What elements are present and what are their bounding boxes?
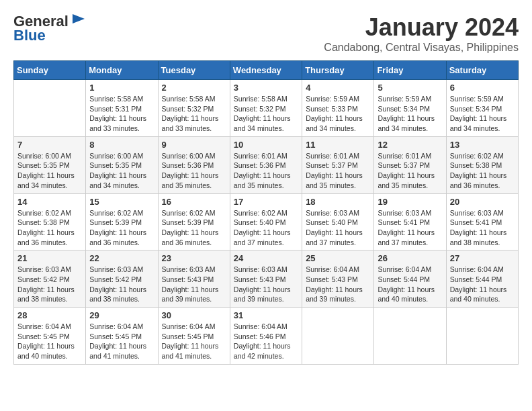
day-number: 6 [450,83,515,93]
day-number: 11 [306,140,370,150]
day-number: 25 [306,253,370,263]
calendar-cell: 9Sunrise: 6:00 AM Sunset: 5:36 PM Daylig… [158,136,230,193]
calendar-cell: 3Sunrise: 5:58 AM Sunset: 5:32 PM Daylig… [230,80,302,137]
day-number: 22 [89,253,154,263]
calendar-cell: 14Sunrise: 6:02 AM Sunset: 5:38 PM Dayli… [14,193,86,250]
weekday-header-thursday: Thursday [302,61,374,80]
day-info: Sunrise: 6:03 AM Sunset: 5:42 PM Dayligh… [89,265,154,304]
day-info: Sunrise: 6:04 AM Sunset: 5:45 PM Dayligh… [89,322,154,361]
day-info: Sunrise: 6:02 AM Sunset: 5:38 PM Dayligh… [450,151,515,191]
calendar-cell: 2Sunrise: 5:58 AM Sunset: 5:32 PM Daylig… [158,80,230,137]
day-info: Sunrise: 6:02 AM Sunset: 5:40 PM Dayligh… [234,208,298,248]
day-number: 20 [450,197,515,207]
weekday-header-friday: Friday [374,61,446,80]
day-number: 3 [234,83,298,93]
weekday-header-saturday: Saturday [446,61,518,80]
day-number: 19 [378,197,442,207]
day-info: Sunrise: 6:03 AM Sunset: 5:43 PM Dayligh… [162,265,226,304]
calendar-cell: 10Sunrise: 6:01 AM Sunset: 5:36 PM Dayli… [230,136,302,193]
calendar-cell [374,308,446,365]
day-info: Sunrise: 5:58 AM Sunset: 5:32 PM Dayligh… [234,94,298,134]
day-info: Sunrise: 6:04 AM Sunset: 5:46 PM Dayligh… [234,322,298,361]
day-number: 27 [450,253,515,263]
day-info: Sunrise: 6:03 AM Sunset: 5:40 PM Dayligh… [306,208,370,248]
day-number: 13 [450,140,515,150]
calendar-cell: 20Sunrise: 6:03 AM Sunset: 5:41 PM Dayli… [446,193,518,250]
day-info: Sunrise: 5:59 AM Sunset: 5:34 PM Dayligh… [378,94,442,134]
calendar-cell: 25Sunrise: 6:04 AM Sunset: 5:43 PM Dayli… [302,250,374,308]
day-number: 17 [234,197,298,207]
day-number: 31 [234,310,298,320]
calendar-cell: 23Sunrise: 6:03 AM Sunset: 5:43 PM Dayli… [158,250,230,308]
calendar-cell: 26Sunrise: 6:04 AM Sunset: 5:44 PM Dayli… [374,250,446,308]
calendar-cell: 6Sunrise: 5:59 AM Sunset: 5:34 PM Daylig… [446,80,518,137]
day-number: 18 [306,197,370,207]
calendar-cell: 22Sunrise: 6:03 AM Sunset: 5:42 PM Dayli… [86,250,158,308]
day-number: 12 [378,140,442,150]
calendar-cell: 11Sunrise: 6:01 AM Sunset: 5:37 PM Dayli… [302,136,374,193]
calendar-cell: 28Sunrise: 6:04 AM Sunset: 5:45 PM Dayli… [14,308,86,365]
day-info: Sunrise: 6:02 AM Sunset: 5:39 PM Dayligh… [162,208,226,248]
calendar-cell: 31Sunrise: 6:04 AM Sunset: 5:46 PM Dayli… [230,308,302,365]
day-number: 15 [89,197,154,207]
weekday-header-wednesday: Wednesday [230,61,302,80]
calendar-cell: 12Sunrise: 6:01 AM Sunset: 5:37 PM Dayli… [374,136,446,193]
day-number: 21 [17,253,82,263]
day-info: Sunrise: 6:03 AM Sunset: 5:41 PM Dayligh… [450,208,515,248]
calendar-table: SundayMondayTuesdayWednesdayThursdayFrid… [13,60,519,365]
calendar-cell: 29Sunrise: 6:04 AM Sunset: 5:45 PM Dayli… [86,308,158,365]
day-info: Sunrise: 6:04 AM Sunset: 5:44 PM Dayligh… [378,265,442,304]
day-number: 30 [162,310,226,320]
day-number: 29 [89,310,154,320]
day-number: 5 [378,83,442,93]
logo-arrow-icon [71,11,86,26]
day-number: 24 [234,253,298,263]
title-block: January 2024 Candabong, Central Visayas,… [324,13,519,54]
day-number: 7 [17,140,82,150]
weekday-header-monday: Monday [86,61,158,80]
day-number: 10 [234,140,298,150]
day-number: 4 [306,83,370,93]
day-info: Sunrise: 6:04 AM Sunset: 5:44 PM Dayligh… [450,265,515,304]
day-number: 9 [162,140,226,150]
calendar-cell: 1Sunrise: 5:58 AM Sunset: 5:31 PM Daylig… [86,80,158,137]
day-number: 14 [17,197,82,207]
logo-blue: Blue [13,27,46,44]
day-info: Sunrise: 6:01 AM Sunset: 5:36 PM Dayligh… [234,151,298,191]
calendar-cell [14,80,86,137]
day-info: Sunrise: 6:00 AM Sunset: 5:35 PM Dayligh… [17,151,82,191]
day-number: 8 [89,140,154,150]
calendar-header: SundayMondayTuesdayWednesdayThursdayFrid… [14,61,519,80]
calendar-cell: 4Sunrise: 5:59 AM Sunset: 5:33 PM Daylig… [302,80,374,137]
day-info: Sunrise: 6:00 AM Sunset: 5:35 PM Dayligh… [89,151,154,191]
calendar-cell: 5Sunrise: 5:59 AM Sunset: 5:34 PM Daylig… [374,80,446,137]
weekday-header-tuesday: Tuesday [158,61,230,80]
svg-marker-0 [73,14,85,24]
calendar-cell: 15Sunrise: 6:02 AM Sunset: 5:39 PM Dayli… [86,193,158,250]
page-header: General Blue January 2024 Candabong, Cen… [13,13,519,54]
day-info: Sunrise: 6:03 AM Sunset: 5:42 PM Dayligh… [17,265,82,304]
day-info: Sunrise: 6:01 AM Sunset: 5:37 PM Dayligh… [306,151,370,191]
day-info: Sunrise: 6:03 AM Sunset: 5:43 PM Dayligh… [234,265,298,304]
weekday-header-sunday: Sunday [14,61,86,80]
day-info: Sunrise: 5:59 AM Sunset: 5:33 PM Dayligh… [306,94,370,134]
day-number: 2 [162,83,226,93]
day-info: Sunrise: 6:02 AM Sunset: 5:39 PM Dayligh… [89,208,154,248]
day-info: Sunrise: 6:04 AM Sunset: 5:45 PM Dayligh… [162,322,226,361]
calendar-cell: 21Sunrise: 6:03 AM Sunset: 5:42 PM Dayli… [14,250,86,308]
calendar-cell: 27Sunrise: 6:04 AM Sunset: 5:44 PM Dayli… [446,250,518,308]
day-info: Sunrise: 5:58 AM Sunset: 5:32 PM Dayligh… [162,94,226,134]
day-info: Sunrise: 6:03 AM Sunset: 5:41 PM Dayligh… [378,208,442,248]
month-title: January 2024 [324,13,519,42]
calendar-cell: 8Sunrise: 6:00 AM Sunset: 5:35 PM Daylig… [86,136,158,193]
calendar-cell [302,308,374,365]
calendar-cell: 16Sunrise: 6:02 AM Sunset: 5:39 PM Dayli… [158,193,230,250]
day-info: Sunrise: 6:04 AM Sunset: 5:43 PM Dayligh… [306,265,370,304]
day-number: 26 [378,253,442,263]
day-info: Sunrise: 6:00 AM Sunset: 5:36 PM Dayligh… [162,151,226,191]
calendar-cell: 7Sunrise: 6:00 AM Sunset: 5:35 PM Daylig… [14,136,86,193]
day-number: 16 [162,197,226,207]
day-number: 28 [17,310,82,320]
calendar-cell [446,308,518,365]
calendar-cell: 17Sunrise: 6:02 AM Sunset: 5:40 PM Dayli… [230,193,302,250]
